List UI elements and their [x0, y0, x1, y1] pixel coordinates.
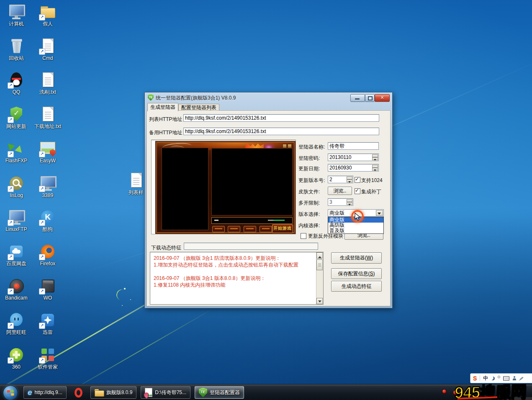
settings-wrench-icon[interactable] — [520, 377, 524, 380]
desktop-icon-label: 洗剐.txt — [32, 89, 63, 95]
list-http-input[interactable]: http://dlq.9ksf.com/2/1490153126.txt — [183, 114, 379, 122]
scroll-down-icon[interactable] — [316, 298, 323, 304]
desktop-icon-软件管家[interactable]: ↗软件管家 — [32, 346, 63, 370]
desktop-icon-label: 软件管家 — [32, 364, 63, 370]
generate-launcher-button[interactable]: 生成登陆器(W) — [331, 252, 382, 264]
title-bar[interactable]: TE 统一登陆器配置(旗舰版3合1) V8.0.9 — [145, 92, 392, 103]
shortcut-arrow-icon: ↗ — [39, 186, 45, 192]
login-password-input[interactable]: 20130110 — [328, 154, 379, 161]
desktop-icon-阿里旺旺[interactable]: ↗阿里旺旺 — [1, 312, 32, 335]
tab-generate-launcher[interactable]: 生成登陆器 — [147, 103, 178, 111]
soft-keyboard-icon[interactable] — [503, 376, 509, 381]
log-line: 1.增加支持动态特征登陆器，点击生成动态按钮后再自动下载配置 — [154, 262, 314, 268]
minimize-button[interactable] — [350, 94, 365, 102]
multi-open-input[interactable]: 3 — [328, 198, 353, 206]
tray-red-dot-icon[interactable] — [442, 389, 447, 394]
desktop-icon-下载地址.txt[interactable]: 下载地址.txt — [32, 106, 63, 129]
opera-icon — [75, 388, 82, 397]
password-spinner[interactable] — [372, 154, 378, 160]
update-date-input[interactable]: 20160930 — [328, 164, 379, 172]
desktop-icon-Bandicam[interactable]: ↗Bandicam — [1, 277, 32, 301]
taskbar-item-notepad[interactable]: ++D:\传奇帮75... — [141, 386, 190, 399]
desktop-icon-IisLog[interactable]: ↗IisLog — [1, 175, 32, 198]
taskbar-item-label: 登陆器配置器 — [210, 389, 240, 396]
taskbar-item-launcher-config[interactable]: TE登陆器配置器 — [195, 386, 244, 399]
desktop-icon-WO[interactable]: ↗WO — [32, 277, 63, 301]
desktop-icon-酷狗[interactable]: K↗酷狗 — [32, 209, 63, 232]
te-shield-icon: TE — [199, 388, 207, 397]
desktop-icon-百度网盘[interactable]: ↗百度网盘 — [1, 243, 32, 267]
iislog-icon: ↗ — [8, 175, 25, 192]
integrate-patch-checkbox[interactable] — [355, 188, 360, 194]
log-scrollbar[interactable] — [316, 252, 323, 304]
aliww-icon: ↗ — [8, 312, 25, 328]
shortcut-arrow-icon: ↗ — [8, 288, 14, 295]
dynamic-feature-label: 下载动态特征 — [151, 244, 181, 251]
punctuation-icon[interactable] — [498, 376, 500, 378]
qq-icon: ↗ — [8, 72, 25, 88]
taskbar-item-folder[interactable]: 旗舰版8.0.9 — [90, 386, 137, 399]
shortcut-arrow-icon: ↗ — [39, 220, 45, 226]
desktop-icon-QQ[interactable]: ↗QQ — [1, 72, 32, 95]
fullwidth-moon-icon[interactable] — [491, 377, 495, 380]
log-line: 2016-09-07 （旗舰版 3合1 版本8.0.8）更新说明： — [154, 275, 314, 282]
edition-option-普及版[interactable]: 普及版 — [328, 228, 383, 233]
desktop-icon-计算机[interactable]: 计算机 — [1, 3, 32, 27]
close-button[interactable] — [375, 94, 390, 102]
shortcut-arrow-icon: ↗ — [8, 323, 14, 329]
start-button[interactable] — [3, 385, 18, 400]
baidupan-icon: ↗ — [8, 243, 25, 260]
desktop-icon-网站更新[interactable]: ✓↗网站更新 — [1, 106, 32, 129]
taskbar-item-opera[interactable] — [71, 386, 86, 399]
desktop-icon-3389[interactable]: ↗3389 — [32, 175, 63, 198]
chinese-mode-icon[interactable]: 中 — [483, 375, 488, 382]
maximize-button[interactable] — [365, 94, 375, 102]
wallpaper-green-streak — [62, 308, 215, 396]
version-spinner[interactable] — [347, 177, 352, 182]
preview-mini-button — [212, 226, 225, 232]
save-config-button[interactable]: 保存配置信息(S) — [331, 268, 382, 279]
support-1024-checkbox[interactable] — [355, 177, 360, 183]
kernel-select-label: 内核选择: — [298, 222, 320, 229]
preview-content-panel — [211, 148, 293, 215]
desktop-icon-Firefox[interactable]: ↗Firefox — [32, 243, 63, 267]
update-version-input[interactable]: 2 — [328, 176, 353, 183]
scrollbar-thumb[interactable] — [316, 259, 323, 270]
flashfxp-icon: ↗ — [8, 140, 25, 157]
xunlei-icon: ↗ — [39, 312, 56, 328]
scroll-up-icon[interactable] — [316, 252, 323, 259]
combo-dropdown-icon[interactable] — [376, 210, 383, 216]
shortcut-arrow-icon: ↗ — [8, 186, 14, 192]
desktop-icon-假人[interactable]: ↗假人 — [32, 3, 63, 27]
generate-dynamic-feature-button[interactable]: 生成动态特征 — [331, 281, 382, 292]
desktop-icon-回收站[interactable]: 回收站 — [1, 38, 32, 61]
desktop-icon-Cmd[interactable]: ↗Cmd — [32, 38, 63, 61]
desktop-icon-洗剐.txt[interactable]: 洗剐.txt — [32, 72, 63, 95]
desktop-icon-label: Firefox — [32, 261, 63, 267]
desktop-icon-label: QQ — [1, 89, 32, 95]
multi-open-spinner[interactable] — [347, 199, 352, 205]
date-spinner[interactable] — [372, 165, 378, 171]
skin-browse-button[interactable]: 浏览.. — [328, 187, 352, 195]
launcher-name-label: 登陆器名称: — [298, 144, 325, 151]
desktop-icon-EasyW[interactable]: ↗EasyW — [32, 140, 63, 164]
launcher-config-window: TE 统一登陆器配置(旗舰版3合1) V8.0.9 生成登陆器 配置登陆器列表 … — [144, 92, 393, 308]
update-date-label: 更新日期: — [298, 165, 320, 172]
desktop-icon-label: 百度网盘 — [1, 261, 32, 267]
desktop-icon-360[interactable]: ↗360 — [1, 346, 32, 370]
internet-explorer-icon: e — [28, 388, 32, 397]
desktop-icon-FlashFXP[interactable]: ↗FlashFXP — [1, 140, 32, 164]
wo-icon: ↗ — [39, 277, 56, 294]
shortcut-arrow-icon: ↗ — [39, 14, 45, 21]
desktop-icon-label: FlashFXP — [1, 158, 32, 164]
desktop-icon-迅雷[interactable]: ↗迅雷 — [32, 312, 63, 335]
monitor-icon: ↗ — [8, 209, 25, 226]
user-icon[interactable] — [512, 376, 517, 380]
taskbar-item-ie[interactable]: ehttp://dlq.9... — [23, 386, 67, 399]
backup-http-input[interactable]: http://dlq.9ksf.com/2/1490153126.txt — [183, 128, 379, 135]
desktop-icon-LinuxFTP[interactable]: ↗LinuxFTP — [1, 209, 32, 232]
sogou-icon[interactable]: S — [473, 375, 477, 382]
dynamic-feature-input[interactable] — [184, 243, 318, 250]
launcher-name-input[interactable]: 传奇帮 — [328, 142, 379, 150]
anticheat-update-checkbox[interactable] — [301, 233, 306, 239]
